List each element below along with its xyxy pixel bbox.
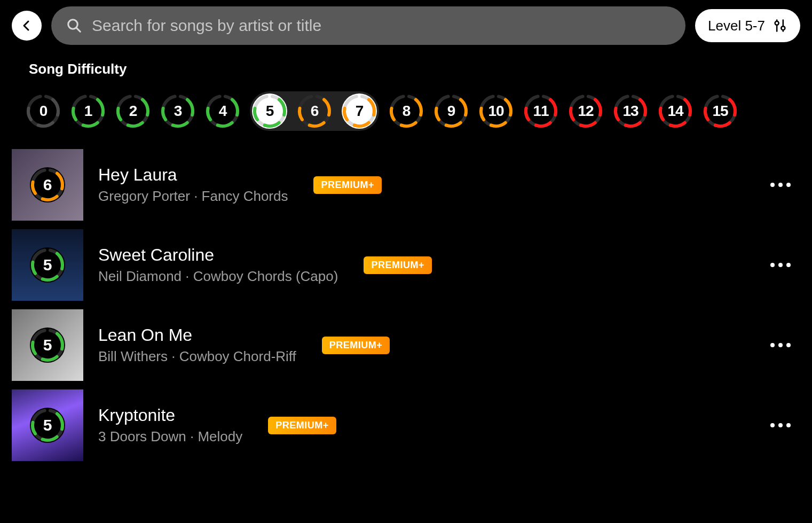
difficulty-number: 5: [266, 103, 274, 120]
song-list: 6 Hey Laura Gregory Porter · Fancy Chord…: [0, 138, 812, 481]
difficulty-number: 13: [622, 103, 638, 120]
difficulty-7[interactable]: 7: [342, 93, 377, 129]
song-level-number: 5: [30, 247, 65, 283]
song-item[interactable]: 6 Hey Laura Gregory Porter · Fancy Chord…: [12, 145, 800, 225]
svg-line-1: [76, 28, 80, 32]
song-thumbnail: 6: [12, 149, 83, 221]
difficulty-number: 9: [447, 103, 455, 120]
song-text: Hey Laura Gregory Porter · Fancy Chords: [98, 165, 288, 205]
difficulty-12[interactable]: 12: [568, 93, 603, 129]
song-level-number: 5: [30, 408, 65, 443]
difficulty-number: 0: [40, 103, 48, 120]
difficulty-3[interactable]: 3: [160, 93, 195, 129]
difficulty-number: 10: [488, 103, 503, 120]
song-text: Kryptonite 3 Doors Down · Melody: [98, 405, 242, 445]
song-level-badge: 5: [30, 408, 65, 443]
difficulty-6[interactable]: 6: [297, 93, 332, 129]
back-button[interactable]: [12, 11, 42, 41]
song-subtitle: Gregory Porter · Fancy Chords: [98, 188, 288, 205]
song-subtitle: 3 Doors Down · Melody: [98, 428, 242, 445]
song-item[interactable]: 5 Lean On Me Bill Withers · Cowboy Chord…: [12, 305, 800, 385]
difficulty-number: 1: [84, 103, 92, 120]
song-title: Hey Laura: [98, 165, 288, 185]
difficulty-number: 7: [356, 103, 364, 120]
difficulty-number: 4: [219, 103, 227, 120]
song-item[interactable]: 5 Kryptonite 3 Doors Down · Melody PREMI…: [12, 385, 800, 465]
difficulty-14[interactable]: 14: [658, 93, 693, 129]
search-field-wrap[interactable]: [51, 6, 685, 45]
song-subtitle: Neil Diamond · Cowboy Chords (Capo): [98, 268, 338, 285]
difficulty-10[interactable]: 10: [478, 93, 514, 129]
difficulty-1[interactable]: 1: [70, 93, 106, 129]
song-thumbnail: 5: [12, 309, 83, 381]
difficulty-number: 11: [533, 103, 548, 120]
song-title: Sweet Caroline: [98, 245, 338, 265]
section-title: Song Difficulty: [0, 45, 812, 82]
song-subtitle: Bill Withers · Cowboy Chord-Riff: [98, 348, 296, 365]
song-title: Lean On Me: [98, 325, 296, 345]
more-button[interactable]: [761, 177, 800, 192]
song-thumbnail: 5: [12, 389, 83, 461]
difficulty-11[interactable]: 11: [523, 93, 558, 129]
level-filter-button[interactable]: Level 5-7: [695, 9, 800, 42]
premium-badge: PREMIUM+: [364, 256, 432, 274]
song-title: Kryptonite: [98, 405, 242, 425]
song-level-badge: 5: [30, 327, 65, 363]
difficulty-8[interactable]: 8: [389, 93, 424, 129]
difficulty-row: 0 1 2 3 4 5 6 7 8 9 10 11 12 13: [0, 82, 812, 138]
difficulty-9[interactable]: 9: [433, 93, 469, 129]
difficulty-number: 12: [578, 103, 593, 120]
song-text: Sweet Caroline Neil Diamond · Cowboy Cho…: [98, 245, 338, 285]
more-dots-icon: [770, 423, 775, 427]
more-dots-icon: [770, 343, 775, 347]
difficulty-number: 8: [403, 103, 411, 120]
search-icon: [66, 18, 82, 34]
search-input[interactable]: [92, 17, 671, 35]
difficulty-13[interactable]: 13: [613, 93, 648, 129]
premium-badge: PREMIUM+: [322, 337, 390, 354]
premium-badge: PREMIUM+: [268, 417, 336, 434]
difficulty-number: 14: [667, 103, 683, 120]
more-button[interactable]: [761, 257, 800, 272]
more-dots-icon: [770, 183, 775, 187]
difficulty-number: 3: [174, 103, 182, 120]
song-item[interactable]: 5 Sweet Caroline Neil Diamond · Cowboy C…: [12, 225, 800, 305]
premium-badge: PREMIUM+: [313, 176, 382, 194]
difficulty-number: 15: [712, 103, 728, 120]
song-level-badge: 5: [30, 247, 65, 283]
difficulty-5[interactable]: 5: [252, 93, 287, 129]
song-level-number: 5: [30, 327, 65, 363]
svg-point-3: [775, 21, 779, 25]
more-button[interactable]: [761, 338, 800, 353]
svg-point-5: [781, 26, 785, 30]
song-text: Lean On Me Bill Withers · Cowboy Chord-R…: [98, 325, 296, 365]
level-filter-label: Level 5-7: [708, 18, 765, 34]
difficulty-15[interactable]: 15: [703, 93, 738, 129]
difficulty-number: 6: [311, 103, 319, 120]
difficulty-range-group: 5 6 7: [250, 91, 379, 131]
more-dots-icon: [770, 263, 775, 267]
difficulty-2[interactable]: 2: [115, 93, 151, 129]
difficulty-number: 2: [129, 103, 137, 120]
song-level-number: 6: [30, 167, 65, 202]
chevron-left-icon: [20, 19, 33, 32]
top-bar: Level 5-7: [0, 0, 812, 45]
song-thumbnail: 5: [12, 229, 83, 301]
song-level-badge: 6: [30, 167, 65, 202]
difficulty-0[interactable]: 0: [26, 93, 61, 129]
sliders-icon: [772, 18, 787, 33]
difficulty-4[interactable]: 4: [205, 93, 240, 129]
more-button[interactable]: [761, 418, 800, 433]
